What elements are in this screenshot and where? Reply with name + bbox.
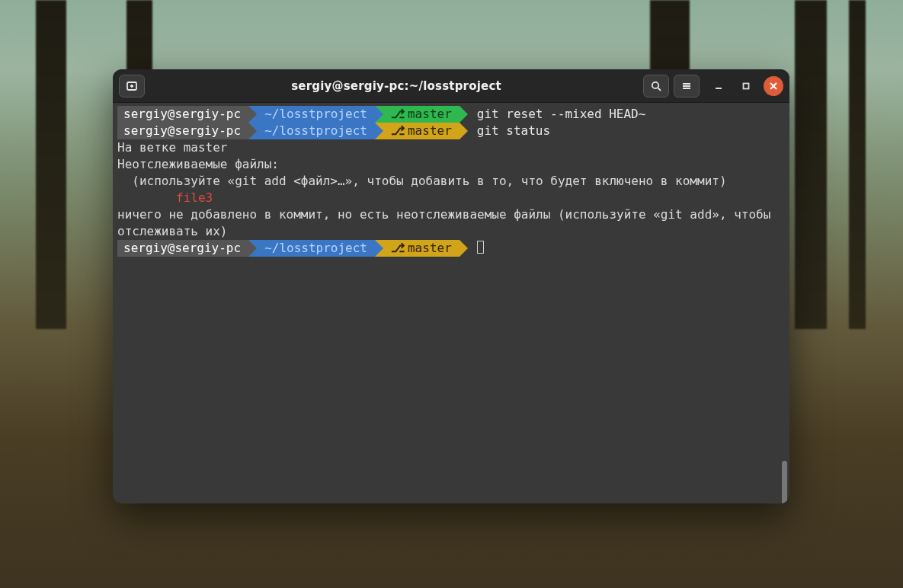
scrollbar-thumb[interactable] [782, 461, 787, 503]
close-button[interactable] [764, 76, 783, 96]
minimize-button[interactable] [709, 76, 728, 96]
branch-icon: ⎇ [391, 240, 408, 257]
prompt-branch: ⎇master [383, 123, 460, 139]
terminal-line: sergiy@sergiy-pc~/losstproject⎇mastergit… [113, 106, 789, 123]
output-line: ничего не добавлено в коммит, но есть не… [113, 206, 789, 240]
prompt-branch: ⎇master [383, 106, 460, 123]
new-tab-icon [126, 80, 138, 92]
chevron-right-icon [460, 106, 468, 123]
titlebar[interactable]: sergiy@sergiy-pc:~/losstproject [113, 69, 789, 103]
chevron-right-icon [460, 123, 468, 139]
shell-prompt: sergiy@sergiy-pc~/losstproject⎇master [117, 106, 468, 123]
chevron-right-icon [248, 123, 257, 139]
prompt-user: sergiy@sergiy-pc [117, 240, 248, 257]
hamburger-icon [680, 80, 693, 92]
chevron-right-icon [375, 123, 383, 139]
minimize-icon [712, 80, 725, 92]
output-line: На ветке master [113, 139, 789, 156]
branch-icon: ⎇ [391, 106, 408, 123]
command-text: git status [468, 123, 550, 138]
cursor [477, 241, 484, 254]
prompt-path: ~/losstproject [257, 123, 375, 139]
svg-point-1 [652, 81, 658, 88]
new-tab-button[interactable] [119, 75, 145, 97]
chevron-right-icon [375, 240, 383, 257]
prompt-branch: ⎇master [383, 240, 460, 257]
hamburger-menu-button[interactable] [674, 75, 700, 97]
svg-rect-2 [744, 83, 749, 88]
output-line: file3 [113, 190, 789, 206]
chevron-right-icon [248, 106, 257, 123]
prompt-path: ~/losstproject [257, 106, 375, 123]
prompt-user: sergiy@sergiy-pc [117, 123, 248, 139]
shell-prompt: sergiy@sergiy-pc~/losstproject⎇master [117, 123, 468, 139]
terminal-line: sergiy@sergiy-pc~/losstproject⎇master [113, 240, 789, 257]
prompt-user: sergiy@sergiy-pc [117, 106, 248, 123]
bg-tree [795, 0, 827, 329]
search-icon [650, 80, 662, 92]
bg-tree [36, 0, 66, 329]
branch-icon: ⎇ [391, 123, 408, 139]
close-icon [767, 80, 780, 92]
bg-tree [849, 0, 866, 329]
terminal-body[interactable]: sergiy@sergiy-pc~/losstproject⎇mastergit… [113, 103, 789, 503]
chevron-right-icon [248, 240, 257, 257]
terminal-window: sergiy@sergiy-pc:~/losstproject sergiy@s… [113, 69, 789, 503]
chevron-right-icon [460, 240, 468, 257]
output-line: Неотслеживаемые файлы: [113, 156, 789, 173]
search-button[interactable] [643, 75, 669, 97]
untracked-file: file3 [176, 190, 213, 205]
command-text: git reset --mixed HEAD~ [468, 107, 646, 121]
chevron-right-icon [375, 106, 383, 123]
maximize-button[interactable] [736, 76, 756, 96]
maximize-icon [740, 80, 752, 92]
shell-prompt: sergiy@sergiy-pc~/losstproject⎇master [117, 240, 468, 257]
prompt-path: ~/losstproject [257, 240, 375, 257]
window-title: sergiy@sergiy-pc:~/losstproject [149, 79, 643, 93]
output-line: (используйте «git add <файл>…», чтобы до… [113, 173, 789, 190]
terminal-line: sergiy@sergiy-pc~/losstproject⎇mastergit… [113, 123, 789, 139]
